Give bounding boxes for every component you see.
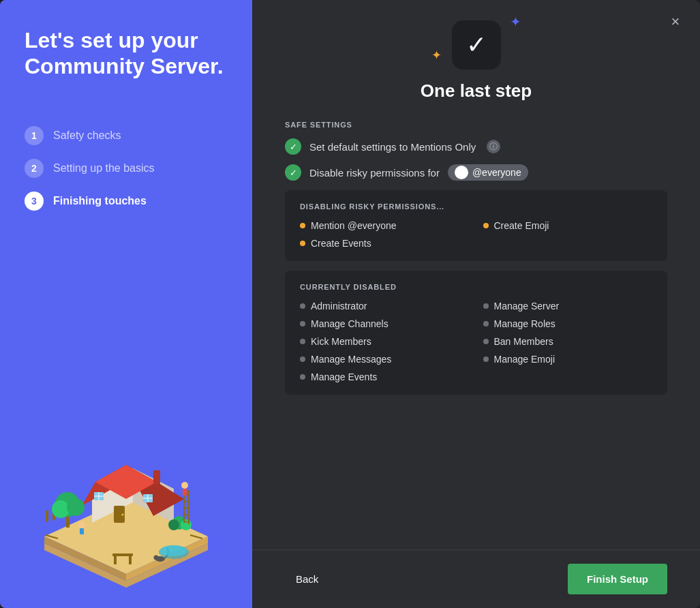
svg-rect-48: [129, 556, 132, 564]
footer: Back Finish Setup: [252, 549, 700, 608]
dot-manage-emoji: [483, 356, 489, 362]
everyone-badge[interactable]: @everyone: [448, 164, 528, 181]
everyone-avatar: [455, 166, 468, 179]
step-label-1: Safety checks: [53, 130, 121, 142]
perm-label-manage-server: Manage Server: [494, 301, 560, 311]
step-label-3: Finishing touches: [53, 195, 147, 207]
setting-item-2: ✓ Disable risky permissions for @everyon…: [285, 164, 667, 181]
dot-administrator: [300, 303, 305, 309]
dot-manage-channels: [300, 321, 305, 326]
left-title: Let's set up your Community Server.: [25, 27, 228, 80]
perm-item-kick-members: Kick Members: [300, 336, 470, 347]
dot-kick-members: [300, 339, 305, 344]
svg-point-40: [78, 521, 85, 528]
dot-mention-everyone: [300, 223, 305, 228]
svg-point-45: [154, 556, 159, 560]
finish-setup-button[interactable]: Finish Setup: [568, 564, 667, 594]
dot-create-emoji: [483, 223, 489, 228]
header-icon-area: ✦ ✓ ✦: [285, 20, 667, 70]
svg-rect-47: [114, 556, 117, 564]
content-area: ✦ ✓ ✦ One last step SAFE SETTINGS ✓ Set …: [252, 0, 700, 549]
step-number-2: 2: [25, 159, 44, 178]
modal-title: One last step: [285, 80, 667, 102]
currently-disabled-label: CURRENTLY DISABLED: [300, 283, 652, 291]
perm-item-ban-members: Ban Members: [483, 336, 653, 347]
dot-manage-events: [300, 374, 305, 380]
setting1-text: Set default settings to Mentions Only: [309, 141, 476, 153]
perm-item-mention-everyone: Mention @everyone: [300, 220, 470, 231]
perm-label-manage-roles: Manage Roles: [494, 318, 556, 329]
perm-label-administrator: Administrator: [311, 301, 367, 311]
svg-point-29: [181, 519, 192, 530]
step-number-1: 1: [25, 126, 44, 145]
perm-item-manage-server: Manage Server: [483, 301, 653, 311]
modal: Let's set up your Community Server. 1 Sa…: [0, 0, 700, 608]
safe-settings-label: SAFE SETTINGS: [285, 121, 667, 129]
right-panel: × ✦ ✓ ✦ One last step SAFE SETTINGS ✓ Se…: [252, 0, 700, 608]
perm-item-manage-events: Manage Events: [300, 371, 470, 382]
perm-item-manage-emoji: Manage Emoji: [483, 354, 653, 365]
perm-item-administrator: Administrator: [300, 301, 470, 311]
dot-create-events: [300, 241, 305, 246]
svg-rect-4: [46, 510, 48, 522]
svg-line-36: [184, 515, 189, 515]
left-panel: Let's set up your Community Server. 1 Sa…: [0, 0, 252, 608]
perm-label-manage-events: Manage Events: [311, 371, 377, 382]
step-label-2: Setting up the basics: [53, 162, 155, 174]
perm-label-ban-members: Ban Members: [494, 336, 553, 347]
step-number-3: 3: [25, 192, 44, 211]
checkmark-container: ✦ ✓ ✦: [452, 20, 501, 70]
dot-manage-server: [483, 303, 489, 309]
dot-ban-members: [483, 339, 489, 344]
disabling-label: DISABLING RISKY PERMISSIONS...: [300, 202, 652, 211]
svg-point-26: [52, 500, 70, 518]
svg-rect-39: [183, 489, 187, 496]
svg-line-34: [184, 501, 189, 502]
perm-item-manage-messages: Manage Messages: [300, 354, 470, 365]
info-icon[interactable]: ⓘ: [487, 140, 500, 153]
svg-line-37: [184, 521, 189, 522]
perm-label-manage-emoji: Manage Emoji: [494, 354, 556, 365]
back-button[interactable]: Back: [285, 566, 329, 592]
svg-line-35: [184, 508, 189, 508]
disabling-permissions-box: DISABLING RISKY PERMISSIONS... Mention @…: [285, 190, 667, 261]
sparkle-bottom-icon: ✦: [431, 48, 442, 63]
left-illustration: [0, 417, 252, 608]
step-item-2: 2 Setting up the basics: [25, 159, 228, 178]
svg-rect-23: [153, 470, 160, 484]
perm-label-mention-everyone: Mention @everyone: [311, 220, 397, 231]
svg-rect-41: [80, 528, 84, 534]
dot-manage-roles: [483, 321, 489, 326]
disabling-perm-grid: Mention @everyone Create Emoji Create Ev…: [300, 220, 652, 249]
setting-item-1: ✓ Set default settings to Mentions Only …: [285, 138, 667, 155]
svg-point-16: [122, 514, 124, 516]
everyone-label: @everyone: [472, 167, 521, 178]
sparkle-top-icon: ✦: [510, 14, 521, 30]
disabled-perm-grid: Administrator Manage Server Manage Chann…: [300, 301, 652, 382]
step-item-3: 3 Finishing touches: [25, 192, 228, 211]
perm-item-manage-roles: Manage Roles: [483, 318, 653, 329]
dot-manage-messages: [300, 356, 305, 362]
setting2-text: Disable risky permissions for: [309, 167, 440, 179]
steps-list: 1 Safety checks 2 Setting up the basics …: [25, 126, 228, 211]
green-check-2: ✓: [285, 164, 301, 181]
perm-label-kick-members: Kick Members: [311, 336, 371, 347]
perm-label-manage-channels: Manage Channels: [311, 318, 389, 329]
perm-item-manage-channels: Manage Channels: [300, 318, 470, 329]
perm-item-create-emoji: Create Emoji: [483, 220, 653, 231]
svg-point-38: [181, 482, 188, 489]
svg-point-27: [67, 498, 85, 516]
checkmark-icon: ✓: [466, 31, 487, 59]
perm-label-create-emoji: Create Emoji: [494, 220, 549, 231]
svg-point-30: [168, 519, 179, 530]
currently-disabled-box: CURRENTLY DISABLED Administrator Manage …: [285, 271, 667, 395]
green-check-1: ✓: [285, 138, 301, 155]
perm-label-create-events: Create Events: [311, 238, 371, 249]
svg-rect-46: [112, 553, 133, 556]
svg-point-50: [160, 545, 187, 556]
check-box: ✓: [452, 20, 501, 70]
perm-item-create-events: Create Events: [300, 238, 470, 249]
step-item-1: 1 Safety checks: [25, 126, 228, 145]
close-button[interactable]: ×: [665, 11, 686, 33]
perm-label-manage-messages: Manage Messages: [311, 354, 391, 365]
